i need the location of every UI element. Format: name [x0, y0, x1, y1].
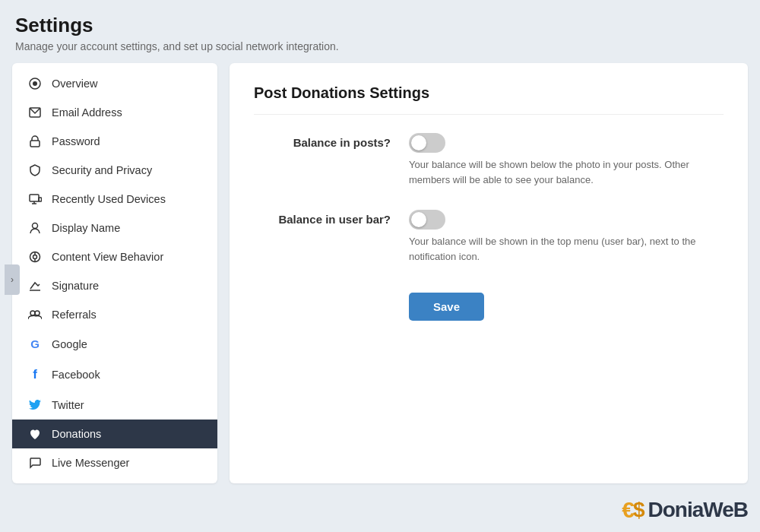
content-area: › Overview Email Address Password Secu: [0, 63, 760, 496]
email-icon: [27, 107, 43, 118]
sidebar-item-devices[interactable]: Recently Used Devices: [12, 185, 217, 214]
svg-point-10: [33, 255, 37, 259]
sidebar-item-content-view-label: Content View Behavior: [52, 251, 163, 263]
brand-name: DoniaWeB: [648, 498, 749, 522]
svg-rect-4: [30, 195, 39, 201]
balance-posts-description: Your balance will be shown below the pho…: [409, 157, 724, 187]
display-name-icon: [27, 222, 43, 234]
sidebar: Overview Email Address Password Security…: [12, 63, 217, 483]
overview-icon: [27, 78, 43, 90]
sidebar-item-display-name[interactable]: Display Name: [12, 214, 217, 242]
balance-userbar-toggle[interactable]: [409, 210, 445, 230]
sidebar-item-content-view[interactable]: Content View Behavior: [12, 242, 217, 271]
security-icon: [27, 164, 43, 176]
messenger-icon: [27, 457, 43, 469]
page-title: Settings: [15, 14, 745, 37]
balance-posts-toggle[interactable]: [409, 133, 445, 153]
toggle-thumb: [411, 135, 426, 150]
toggle-thumb-2: [411, 212, 426, 227]
twitter-icon: [27, 400, 43, 410]
sidebar-item-overview[interactable]: Overview: [12, 69, 217, 98]
save-button[interactable]: Save: [409, 293, 484, 321]
balance-userbar-control: Your balance will be shown in the top me…: [409, 210, 724, 264]
sidebar-item-display-name-label: Display Name: [52, 222, 120, 234]
sidebar-item-overview-label: Overview: [52, 78, 97, 90]
signature-icon: [27, 280, 43, 292]
sidebar-item-google[interactable]: G Google: [12, 329, 217, 359]
sidebar-item-password[interactable]: Password: [12, 127, 217, 156]
referrals-icon: [27, 310, 43, 319]
sidebar-item-messenger[interactable]: Live Messenger: [12, 448, 217, 477]
sidebar-item-password-label: Password: [52, 135, 100, 147]
donations-icon: [27, 429, 43, 440]
svg-point-14: [30, 311, 35, 315]
sidebar-item-twitter-label: Twitter: [52, 399, 84, 411]
brand-watermark: € $ DoniaWeB: [622, 497, 748, 523]
page-subtitle: Manage your account settings, and set up…: [15, 40, 745, 52]
main-panel: Post Donations Settings Balance in posts…: [230, 63, 748, 483]
balance-posts-label: Balance in posts?: [254, 133, 391, 149]
password-icon: [27, 135, 43, 147]
balance-posts-control: Your balance will be shown below the pho…: [409, 133, 724, 187]
svg-point-8: [33, 223, 38, 229]
sidebar-collapse-button[interactable]: ›: [5, 264, 20, 295]
balance-userbar-label: Balance in user bar?: [254, 210, 391, 226]
sidebar-item-referrals[interactable]: Referrals: [12, 300, 217, 329]
sidebar-item-security[interactable]: Security and Privacy: [12, 156, 217, 185]
facebook-icon: f: [27, 367, 43, 382]
sidebar-item-referrals-label: Referrals: [52, 309, 97, 321]
content-view-icon: [27, 251, 43, 263]
devices-icon: [27, 194, 43, 204]
sidebar-item-devices-label: Recently Used Devices: [52, 193, 166, 205]
svg-rect-7: [39, 198, 42, 201]
svg-point-1: [33, 81, 37, 86]
sidebar-item-email[interactable]: Email Address: [12, 98, 217, 127]
sidebar-item-twitter[interactable]: Twitter: [12, 391, 217, 420]
sidebar-item-google-label: Google: [52, 338, 87, 350]
svg-rect-3: [30, 141, 40, 147]
page-header: Settings Manage your account settings, a…: [0, 0, 760, 63]
svg-point-15: [35, 311, 40, 315]
sidebar-item-security-label: Security and Privacy: [52, 164, 152, 176]
brand-dollar-symbol: $: [633, 498, 645, 522]
sidebar-item-signature-label: Signature: [52, 280, 99, 292]
sidebar-item-donations-label: Donations: [52, 428, 101, 440]
panel-title: Post Donations Settings: [254, 84, 724, 115]
sidebar-item-facebook-label: Facebook: [52, 369, 100, 381]
sidebar-item-signature[interactable]: Signature: [12, 271, 217, 300]
sidebar-item-messenger-label: Live Messenger: [52, 457, 129, 469]
sidebar-item-donations[interactable]: Donations: [12, 420, 217, 448]
sidebar-item-email-label: Email Address: [52, 106, 122, 119]
setting-row-balance-posts: Balance in posts? Your balance will be s…: [254, 133, 724, 187]
google-icon: G: [27, 337, 43, 350]
balance-userbar-description: Your balance will be shown in the top me…: [409, 234, 724, 264]
sidebar-item-facebook[interactable]: f Facebook: [12, 359, 217, 391]
setting-row-balance-userbar: Balance in user bar? Your balance will b…: [254, 210, 724, 264]
